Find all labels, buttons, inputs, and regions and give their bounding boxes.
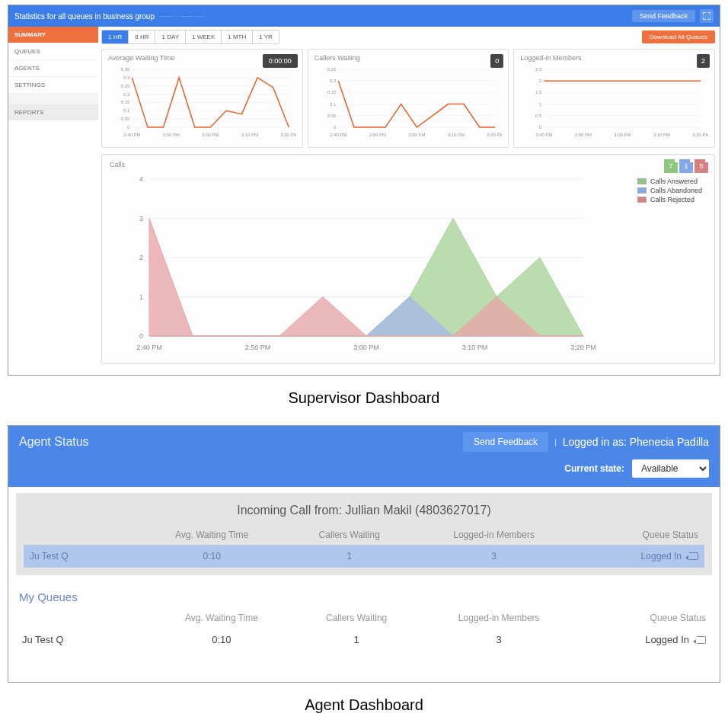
col-status: Queue Status — [575, 525, 704, 545]
agent-header: Agent Status Send Feedback | Logged in a… — [8, 426, 720, 487]
cell-status: Logged In — [575, 545, 704, 568]
sidebar-item-queues[interactable]: QUEUES — [8, 43, 98, 60]
calls-chart: 012342:40 PM2:50 PM3:00 PM3:10 PM3:20 PM — [110, 171, 707, 354]
svg-text:3:10 PM: 3:10 PM — [653, 133, 670, 137]
cell-status: Logged In — [580, 628, 709, 651]
calls-legend: Calls Answered Calls Abandoned Calls Rej… — [637, 178, 702, 205]
card-badge: 2 — [697, 54, 710, 68]
main-content: 1 HR 8 HR 1 DAY 1 WEEK 1 MTH 1 YR Downlo… — [98, 27, 720, 375]
agent-title: Agent Status — [19, 435, 89, 449]
incoming-panel: Incoming Call from: Jullian Makil (48036… — [16, 493, 712, 575]
svg-text:0.15: 0.15 — [121, 100, 130, 104]
svg-text:3:20 PM: 3:20 PM — [570, 344, 596, 351]
cell-queue-name: Ju Test Q — [19, 628, 148, 651]
current-state-label: Current state: — [564, 463, 624, 474]
calls-badges: 7 1 5 — [664, 159, 708, 173]
col-avg: Avg. Waiting Time — [148, 608, 295, 628]
callers-chart: 00.050.10.150.20.252:40 PM2:50 PM3:00 PM… — [315, 63, 503, 139]
range-1mth[interactable]: 1 MTH — [222, 30, 253, 43]
sidebar-item-settings[interactable]: SETTINGS — [8, 77, 98, 94]
current-state-select[interactable]: Available — [632, 459, 709, 478]
incoming-row[interactable]: Ju Test Q 0:10 1 3 Logged In — [24, 545, 704, 568]
svg-text:3:20 PM: 3:20 PM — [487, 133, 503, 137]
svg-text:2.5: 2.5 — [535, 67, 542, 72]
my-queues-title: My Queues — [19, 590, 709, 603]
col-avg: Avg. Waiting Time — [138, 525, 286, 545]
svg-text:0.2: 0.2 — [330, 78, 337, 83]
svg-text:2: 2 — [539, 78, 542, 83]
svg-text:0.5: 0.5 — [535, 114, 542, 118]
card-title: Callers Waiting — [315, 54, 503, 62]
range-1yr[interactable]: 1 YR — [253, 30, 279, 43]
cell-callers: 1 — [286, 545, 413, 568]
send-feedback-button[interactable]: Send Feedback — [632, 10, 695, 22]
svg-text:2:50 PM: 2:50 PM — [575, 133, 592, 137]
cell-members: 3 — [418, 628, 580, 651]
badge-rejected: 5 — [694, 159, 708, 173]
badge-answered: 7 — [664, 159, 678, 173]
svg-text:0: 0 — [139, 332, 143, 340]
agent-dashboard: Agent Status Send Feedback | Logged in a… — [8, 425, 720, 683]
caption-agent: Agent Dashboard — [0, 687, 728, 720]
range-8hr[interactable]: 8 HR — [129, 30, 155, 43]
svg-text:0.35: 0.35 — [121, 67, 130, 72]
col-callers: Callers Waiting — [286, 525, 413, 545]
range-1week[interactable]: 1 WEEK — [186, 30, 222, 43]
caption-supervisor: Supervisor Dashboard — [0, 380, 728, 421]
col-callers: Callers Waiting — [295, 608, 419, 628]
svg-text:3:10 PM: 3:10 PM — [447, 133, 464, 137]
svg-text:0.1: 0.1 — [330, 102, 337, 107]
svg-text:2:40 PM: 2:40 PM — [136, 344, 162, 351]
card-title: Calls — [110, 161, 707, 168]
card-logged-in: Logged-in Members 2 00.511.522.52:40 PM2… — [513, 49, 715, 148]
svg-text:3:20 PM: 3:20 PM — [280, 133, 296, 137]
svg-text:2:50 PM: 2:50 PM — [369, 133, 385, 137]
range-1day[interactable]: 1 DAY — [155, 30, 186, 43]
header-title: Statistics for all queues in business gr… — [14, 12, 155, 21]
svg-text:3:00 PM: 3:00 PM — [408, 133, 425, 137]
svg-text:3:00 PM: 3:00 PM — [202, 133, 219, 137]
svg-text:2:50 PM: 2:50 PM — [245, 344, 271, 351]
cell-queue-name: Ju Test Q — [24, 545, 138, 568]
send-feedback-button[interactable]: Send Feedback — [463, 432, 548, 452]
badge-abandoned: 1 — [679, 159, 693, 173]
supervisor-dashboard: Statistics for all queues in business gr… — [8, 5, 720, 376]
svg-text:2:40 PM: 2:40 PM — [536, 133, 553, 137]
svg-text:2:40 PM: 2:40 PM — [330, 133, 346, 137]
download-all-button[interactable]: Download All Queues — [642, 30, 716, 43]
svg-text:2: 2 — [139, 254, 143, 261]
legend-answered: Calls Answered — [650, 178, 698, 185]
card-badge: 0 — [490, 54, 503, 68]
card-badge: 0:00:00 — [263, 54, 298, 68]
my-queues-table: Avg. Waiting Time Callers Waiting Logged… — [19, 608, 709, 651]
incoming-table: Avg. Waiting Time Callers Waiting Logged… — [24, 525, 704, 568]
header-breadcrumb: ········ · ······· ····· — [159, 12, 205, 20]
svg-text:0.15: 0.15 — [327, 90, 336, 94]
queue-row[interactable]: Ju Test Q 0:10 1 3 Logged In — [19, 628, 709, 651]
svg-text:3:00 PM: 3:00 PM — [615, 133, 631, 137]
members-chart: 00.511.522.52:40 PM2:50 PM3:00 PM3:10 PM… — [520, 63, 708, 139]
separator: | — [554, 438, 557, 446]
col-members: Logged-in Members — [418, 608, 580, 628]
svg-text:0.25: 0.25 — [121, 84, 130, 88]
col-members: Logged-in Members — [413, 525, 575, 545]
svg-text:3:00 PM: 3:00 PM — [353, 344, 379, 351]
card-callers-waiting: Callers Waiting 0 00.050.10.150.20.252:4… — [308, 49, 509, 148]
svg-text:3:20 PM: 3:20 PM — [693, 133, 709, 137]
svg-text:1.5: 1.5 — [535, 90, 542, 94]
svg-text:1: 1 — [539, 102, 542, 107]
cell-members: 3 — [413, 545, 575, 568]
logout-icon[interactable] — [697, 636, 706, 644]
svg-text:0: 0 — [334, 125, 337, 130]
sidebar-item-agents[interactable]: AGENTS — [8, 60, 98, 77]
my-queues-section: My Queues Avg. Waiting Time Callers Wait… — [19, 590, 709, 651]
expand-icon[interactable] — [700, 9, 714, 23]
sidebar-item-summary[interactable]: SUMMARY — [8, 27, 98, 43]
sidebar-item-reports[interactable]: REPORTS — [8, 104, 98, 120]
svg-text:0.1: 0.1 — [123, 108, 130, 113]
cell-callers: 1 — [295, 628, 419, 651]
logout-icon[interactable] — [689, 552, 698, 560]
range-1hr[interactable]: 1 HR — [102, 30, 129, 43]
svg-text:3:10 PM: 3:10 PM — [241, 133, 258, 137]
card-title: Logged-in Members — [520, 54, 708, 62]
